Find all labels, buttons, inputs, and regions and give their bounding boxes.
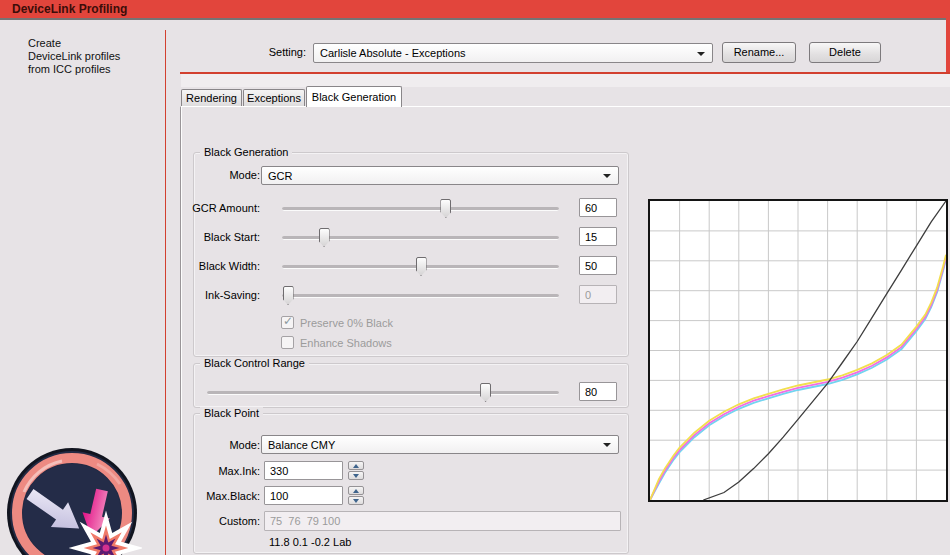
sidebar-line-1: Create xyxy=(28,37,158,50)
custom-field xyxy=(264,511,621,531)
black-width-slider-thumb[interactable] xyxy=(416,257,427,276)
spinner-down-button[interactable] xyxy=(348,471,364,480)
spinner-up-button[interactable] xyxy=(348,486,364,495)
checkmark-icon: ✓ xyxy=(283,314,293,328)
preserve-0-black-checkbox: ✓ xyxy=(281,316,294,329)
bg-mode-label: Mode: xyxy=(192,169,260,181)
black-start-value[interactable] xyxy=(579,227,617,246)
black-generation-group-title: Black Generation xyxy=(200,146,292,158)
custom-label: Custom: xyxy=(188,515,260,527)
bg-mode-combobox[interactable]: GCR xyxy=(261,166,619,185)
tab-exceptions[interactable]: Exceptions xyxy=(243,89,305,107)
spinner-down-button[interactable] xyxy=(348,496,364,505)
bg-mode-combobox-value: GCR xyxy=(268,170,292,182)
black-width-value[interactable] xyxy=(579,256,617,275)
max-ink-spinner xyxy=(348,461,364,480)
ink-saving-slider[interactable] xyxy=(282,294,559,298)
devicelink-profiling-window: DeviceLink Profiling Create DeviceLink p… xyxy=(0,0,950,555)
black-start-slider-thumb[interactable] xyxy=(319,228,330,247)
max-ink-label: Max.Ink: xyxy=(188,465,260,477)
black-control-range-slider-thumb[interactable] xyxy=(480,383,491,402)
black-width-label: Black Width: xyxy=(188,260,260,272)
gcr-amount-label: GCR Amount: xyxy=(188,202,260,214)
chevron-down-icon xyxy=(603,174,611,178)
preserve-0-black-label: Preserve 0% Black xyxy=(300,317,393,329)
lab-readout: 11.8 0.1 -0.2 Lab xyxy=(269,536,351,548)
tab-black-generation[interactable]: Black Generation xyxy=(306,86,402,107)
black-generation-group: Black Generation Mode: GCR GCR Amount: B… xyxy=(193,152,629,357)
max-black-field[interactable] xyxy=(264,486,343,505)
black-start-label: Black Start: xyxy=(188,231,260,243)
gcr-amount-slider-thumb[interactable] xyxy=(440,199,451,218)
rename-button[interactable]: Rename... xyxy=(722,42,796,63)
sidebar-divider xyxy=(165,30,166,555)
setting-combobox-value: Carlisle Absolute - Exceptions xyxy=(320,47,466,59)
delete-button[interactable]: Delete xyxy=(809,42,881,63)
setting-label: Setting: xyxy=(230,46,306,58)
arrow-up-icon xyxy=(353,489,359,493)
black-width-slider[interactable] xyxy=(282,265,559,269)
title-bar: DeviceLink Profiling xyxy=(0,0,950,20)
black-point-group-title: Black Point xyxy=(200,407,263,419)
ink-saving-slider-thumb[interactable] xyxy=(283,286,294,305)
setting-combobox[interactable]: Carlisle Absolute - Exceptions xyxy=(313,43,713,63)
arrow-down-icon xyxy=(353,499,359,503)
enhance-shadows-checkbox xyxy=(281,336,294,349)
black-control-range-slider[interactable] xyxy=(207,391,559,395)
black-control-range-title: Black Control Range xyxy=(200,357,309,369)
sidebar-line-2: DeviceLink profiles xyxy=(28,50,158,63)
black-control-range-value[interactable] xyxy=(579,382,617,401)
spinner-up-button[interactable] xyxy=(348,461,364,470)
ink-saving-label: Ink-Saving: xyxy=(188,289,260,301)
enhance-shadows-label: Enhance Shadows xyxy=(300,337,392,349)
chevron-down-icon xyxy=(697,52,705,56)
app-logo xyxy=(2,444,142,555)
bp-mode-combobox[interactable]: Balance CMY xyxy=(261,435,619,454)
max-black-label: Max.Black: xyxy=(188,490,260,502)
sidebar-line-3: from ICC profiles xyxy=(28,63,158,76)
window-title: DeviceLink Profiling xyxy=(12,2,127,16)
black-start-slider[interactable] xyxy=(282,236,559,240)
max-ink-field[interactable] xyxy=(264,461,343,480)
curve-plot xyxy=(650,201,946,500)
arrow-down-icon xyxy=(353,474,359,478)
arrow-up-icon xyxy=(353,464,359,468)
gcr-amount-value[interactable] xyxy=(579,198,617,217)
bp-mode-label: Mode: xyxy=(192,439,260,451)
sidebar-description: Create DeviceLink profiles from ICC prof… xyxy=(28,37,158,76)
chevron-down-icon xyxy=(603,443,611,447)
black-control-range-group: Black Control Range xyxy=(193,363,629,408)
black-generation-curve-chart xyxy=(648,199,948,502)
tab-rendering[interactable]: Rendering xyxy=(181,89,242,107)
ink-saving-value xyxy=(579,285,617,304)
black-point-group: Black Point Mode: Balance CMY Max.Ink: M… xyxy=(193,413,629,554)
max-black-spinner xyxy=(348,486,364,505)
right-edge-accent xyxy=(946,18,950,74)
gcr-amount-slider[interactable] xyxy=(282,207,559,211)
bp-mode-combobox-value: Balance CMY xyxy=(268,439,335,451)
tab-strip-background xyxy=(181,74,950,87)
